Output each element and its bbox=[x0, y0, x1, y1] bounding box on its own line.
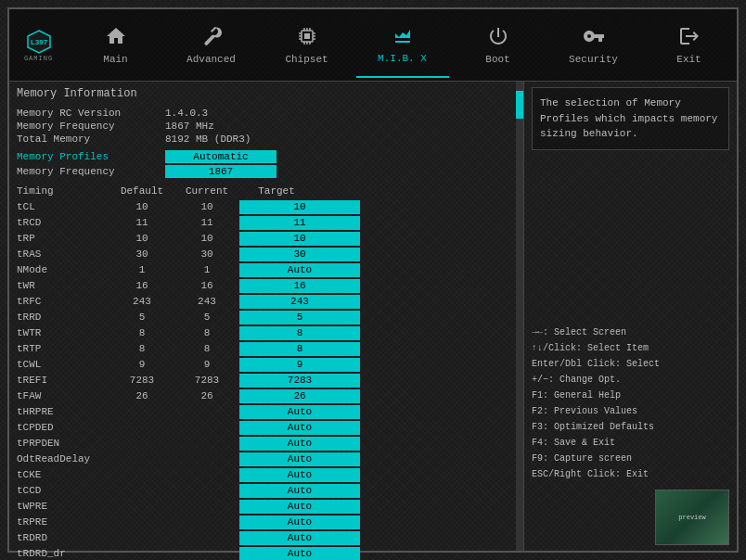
timing-cell-name: tCWL bbox=[17, 359, 109, 370]
timing-row[interactable]: tRDRD_drAuto bbox=[17, 546, 516, 560]
timing-cell-target: Auto bbox=[239, 421, 360, 435]
timing-cell-name: tRPRE bbox=[17, 516, 109, 528]
timing-cell-target: Auto bbox=[239, 500, 360, 514]
timing-row[interactable]: tFAW262626 bbox=[17, 388, 516, 403]
chart-icon bbox=[392, 24, 414, 49]
memory-rc-row: Memory RC Version 1.4.0.3 bbox=[17, 108, 516, 119]
timing-cell-name: tHRPRE bbox=[17, 406, 109, 417]
timing-row[interactable]: tRCD111111 bbox=[17, 215, 516, 230]
timing-cell-name: tREFI bbox=[17, 375, 109, 386]
timing-row[interactable]: tRPREAuto bbox=[17, 515, 516, 529]
memory-freq-row[interactable]: Memory Frequency 1867 bbox=[17, 165, 516, 178]
timing-row[interactable]: tRTP888 bbox=[17, 341, 516, 356]
memory-freq-info-row: Memory Frequency 1867 MHz bbox=[17, 121, 516, 132]
timing-cell-default: 8 bbox=[109, 327, 174, 338]
main-content: Memory Information Memory RC Version 1.4… bbox=[9, 82, 737, 551]
timing-cell-default: 10 bbox=[109, 201, 174, 212]
timing-header: Timing Default Current Target bbox=[17, 185, 516, 197]
nav-label-main: Main bbox=[103, 54, 127, 65]
nav-item-exit[interactable]: Exit bbox=[643, 13, 736, 78]
col-header-target: Target bbox=[239, 185, 314, 197]
timing-row[interactable]: NMode11Auto bbox=[17, 262, 516, 277]
timing-cell-target: Auto bbox=[239, 468, 360, 482]
timing-row[interactable]: tRDRDAuto bbox=[17, 530, 516, 545]
col-header-current: Current bbox=[174, 185, 239, 197]
memory-profiles-row[interactable]: Memory Profiles Automatic bbox=[17, 150, 516, 163]
thumbnail-image: preview bbox=[656, 490, 728, 544]
timing-cell-current: 9 bbox=[174, 359, 239, 370]
total-memory-value: 8192 MB (DDR3) bbox=[165, 134, 251, 145]
nav-item-advanced[interactable]: Advanced bbox=[165, 13, 258, 78]
scroll-bar[interactable] bbox=[516, 82, 523, 551]
nav-label-exit: Exit bbox=[676, 54, 701, 65]
timing-row[interactable]: tCCDAuto bbox=[17, 483, 516, 498]
info-box-text: The selection of Memory Profiles which i… bbox=[540, 97, 717, 139]
timing-rows-container: tCL101010tRCD111111tRP101010tRAS303030NM… bbox=[17, 199, 516, 560]
help-line: F1: General Help bbox=[532, 388, 729, 403]
info-box: The selection of Memory Profiles which i… bbox=[532, 87, 729, 150]
timing-row[interactable]: tRP101010 bbox=[17, 231, 516, 246]
nav-item-chipset[interactable]: Chipset bbox=[261, 13, 354, 78]
timing-cell-target: 26 bbox=[239, 389, 360, 403]
timing-cell-target: 11 bbox=[239, 216, 360, 230]
timing-cell-default: 5 bbox=[109, 312, 174, 323]
timing-row[interactable]: tRAS303030 bbox=[17, 247, 516, 261]
timing-cell-current: 26 bbox=[174, 390, 239, 401]
memory-freq-info-value: 1867 MHz bbox=[165, 121, 214, 132]
nav-label-boot: Boot bbox=[485, 54, 509, 65]
timing-cell-default: 243 bbox=[109, 296, 174, 307]
timing-row[interactable]: OdtReadDelayAuto bbox=[17, 452, 516, 466]
nav-label-chipset: Chipset bbox=[285, 54, 328, 65]
help-line: →←: Select Screen bbox=[532, 325, 729, 340]
timing-cell-target: Auto bbox=[239, 515, 360, 529]
logo-icon: L397 bbox=[26, 29, 52, 55]
timing-cell-current: 243 bbox=[174, 296, 239, 307]
timing-cell-name: tCPDED bbox=[17, 422, 109, 433]
help-line: F4: Save & Exit bbox=[532, 435, 729, 451]
nav-item-boot[interactable]: Boot bbox=[452, 13, 545, 78]
timing-row[interactable]: tREFI728372837283 bbox=[17, 373, 516, 388]
nav-item-mib[interactable]: M.I.B. X bbox=[356, 13, 449, 78]
timing-row[interactable]: tRFC243243243 bbox=[17, 294, 516, 309]
timing-row[interactable]: tPRPDENAuto bbox=[17, 436, 516, 451]
timing-row[interactable]: tWR161616 bbox=[17, 278, 516, 293]
help-line: F9: Capture screen bbox=[532, 451, 729, 466]
timing-row[interactable]: tCWL999 bbox=[17, 357, 516, 372]
timing-row[interactable]: tHRPREAuto bbox=[17, 404, 516, 419]
scroll-thumb bbox=[516, 91, 523, 119]
timing-row[interactable]: tCPDEDAuto bbox=[17, 420, 516, 435]
left-panel: Memory Information Memory RC Version 1.4… bbox=[9, 82, 523, 560]
nav-item-main[interactable]: Main bbox=[70, 13, 162, 78]
help-line: ESC/Right Click: Exit bbox=[532, 466, 729, 482]
nav-item-security[interactable]: Security bbox=[547, 13, 640, 78]
timing-cell-target: 8 bbox=[239, 326, 360, 340]
timing-row[interactable]: tRRD555 bbox=[17, 310, 516, 325]
timing-cell-default: 30 bbox=[109, 248, 174, 260]
timing-row[interactable]: tWTR888 bbox=[17, 325, 516, 340]
timing-cell-target: 16 bbox=[239, 279, 360, 293]
svg-rect-3 bbox=[304, 33, 310, 39]
timing-cell-name: tRDRD bbox=[17, 532, 109, 543]
timing-cell-target: Auto bbox=[239, 531, 360, 545]
timing-cell-name: tRDRD_dr bbox=[17, 548, 109, 559]
timing-cell-target: Auto bbox=[239, 547, 360, 561]
memory-freq-value: 1867 bbox=[165, 165, 277, 178]
timing-cell-target: Auto bbox=[239, 484, 360, 498]
timing-cell-name: tCL bbox=[17, 201, 109, 212]
timing-row[interactable]: tCL101010 bbox=[17, 199, 516, 214]
timing-cell-target: 10 bbox=[239, 232, 360, 246]
timing-cell-name: tRAS bbox=[17, 248, 109, 260]
timing-cell-name: OdtReadDelay bbox=[17, 453, 109, 465]
timing-cell-default: 26 bbox=[109, 390, 174, 401]
timing-cell-target: 7283 bbox=[239, 374, 360, 388]
timing-cell-default: 8 bbox=[109, 343, 174, 354]
left-panel-container: Memory Information Memory RC Version 1.4… bbox=[9, 82, 523, 551]
logo-sub: GAMING bbox=[24, 55, 53, 62]
timing-cell-target: Auto bbox=[239, 452, 360, 466]
help-line: F2: Previous Values bbox=[532, 403, 729, 419]
timing-row[interactable]: tCKEAuto bbox=[17, 467, 516, 482]
timing-row[interactable]: tWPREAuto bbox=[17, 499, 516, 514]
timing-cell-name: tPRPDEN bbox=[17, 438, 109, 449]
help-line: Enter/Dbl Click: Select bbox=[532, 356, 729, 372]
timing-cell-name: NMode bbox=[17, 264, 109, 275]
